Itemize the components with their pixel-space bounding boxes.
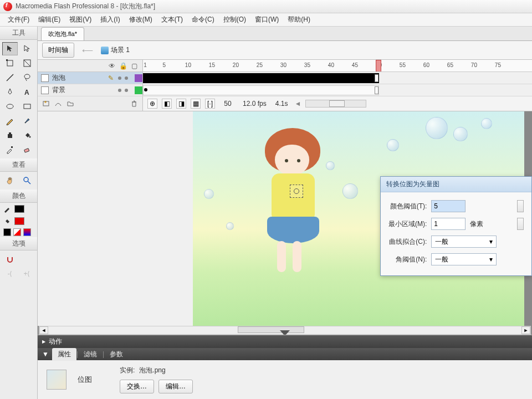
instance-thumbnail[interactable] — [47, 370, 66, 390]
menu-commands[interactable]: 命令(C) — [187, 13, 219, 26]
zoom-tool[interactable] — [19, 174, 35, 187]
frames-track[interactable] — [143, 84, 532, 96]
svg-point-9 — [29, 136, 30, 138]
color-threshold-label: 颜色阈值(T): — [388, 202, 427, 211]
swap-colors[interactable] — [23, 228, 31, 236]
new-motion-guide-button[interactable] — [53, 99, 63, 109]
brush-tool[interactable] — [19, 114, 35, 127]
menu-file[interactable]: 文件(F) — [3, 13, 34, 26]
lasso-tool[interactable] — [19, 71, 35, 84]
corner-threshold-label: 角阈值(N): — [388, 255, 427, 264]
playhead[interactable] — [376, 60, 381, 71]
scroll-thumb[interactable] — [238, 326, 304, 333]
layer-row[interactable]: 背景 — [38, 84, 532, 96]
timeline-scroll[interactable] — [305, 100, 366, 108]
eye-icon[interactable]: 👁 — [108, 62, 116, 70]
collapse-triangle-icon[interactable]: ▼ — [42, 350, 49, 358]
menu-view[interactable]: 视图(V) — [65, 13, 96, 26]
eyedropper-tool[interactable] — [2, 143, 18, 156]
color-threshold-input[interactable] — [431, 200, 466, 212]
tab-properties[interactable]: 属性 — [52, 348, 76, 361]
swap-button[interactable]: 交换… — [120, 380, 154, 393]
tools-panel: 工具 A 查看 颜色 — [0, 27, 38, 399]
pencil-tool[interactable] — [2, 114, 18, 127]
menu-insert[interactable]: 插入(I) — [96, 13, 124, 26]
svg-rect-7 — [8, 134, 12, 138]
line-tool[interactable] — [2, 71, 18, 84]
girl-art — [248, 128, 337, 294]
properties-panel-header: ▼ 属性 | 滤镜 | 参数 — [38, 348, 532, 360]
new-folder-button[interactable] — [65, 99, 75, 109]
edit-multiple-frames-button[interactable]: ▦ — [191, 99, 201, 109]
back-arrow-icon[interactable]: ⟵ — [80, 46, 95, 55]
subselection-tool[interactable] — [19, 42, 35, 55]
timeline-toggle-button[interactable]: 时间轴 — [42, 43, 74, 58]
menu-window[interactable]: 窗口(W) — [250, 13, 283, 26]
scroll-left-button[interactable]: ◄ — [39, 326, 48, 334]
layer-name[interactable]: 背景 — [52, 85, 105, 95]
eraser-tool[interactable] — [19, 143, 35, 156]
menu-edit[interactable]: 编辑(E) — [34, 13, 65, 26]
instance-name: 泡泡.png — [139, 366, 165, 375]
free-transform-tool[interactable] — [2, 57, 18, 70]
document-tabs: 吹泡泡.fla* — [38, 27, 532, 41]
current-frame-value: 50 — [219, 100, 236, 108]
pen-tool[interactable] — [2, 85, 18, 99]
scene-name: 场景 1 — [111, 45, 130, 55]
min-area-input[interactable] — [431, 218, 466, 230]
stroke-color-swatch[interactable] — [14, 205, 24, 213]
tab-filters[interactable]: 滤镜 — [78, 348, 103, 361]
delete-layer-button[interactable] — [129, 99, 139, 109]
selection-tool[interactable] — [2, 42, 18, 55]
layer-color-box[interactable] — [135, 74, 142, 82]
menu-help[interactable]: 帮助(H) — [283, 13, 315, 26]
edit-button[interactable]: 编辑… — [158, 380, 193, 393]
svg-point-3 — [24, 74, 30, 79]
curve-fit-select[interactable]: 一般 ▾ — [431, 236, 497, 248]
frame-ruler[interactable]: 151015202530354045505560657075 — [143, 60, 532, 71]
gradient-transform-tool[interactable] — [19, 57, 35, 70]
scroll-right-button[interactable]: ► — [521, 326, 530, 334]
smooth-option[interactable]: -⟨ — [2, 267, 18, 280]
doc-tab-active[interactable]: 吹泡泡.fla* — [41, 27, 84, 40]
corner-threshold-value: 一般 — [435, 255, 448, 264]
snap-option[interactable] — [2, 253, 18, 266]
outline-icon[interactable]: ▢ — [130, 62, 138, 70]
rectangle-tool[interactable] — [19, 100, 35, 113]
black-white-swatch[interactable] — [3, 228, 11, 236]
instance-type: 位图 — [78, 375, 92, 385]
menu-modify[interactable]: 修改(M) — [125, 13, 157, 26]
chevron-down-icon: ▾ — [489, 238, 493, 245]
no-color-swatch[interactable] — [13, 228, 21, 236]
scene-breadcrumb[interactable]: 场景 1 — [101, 45, 130, 55]
frame-stats: ⊕ ◧ ◨ ▦ [·] 50 12.0 fps 4.1s ◄ — [143, 96, 532, 111]
layer-color-box[interactable] — [135, 86, 142, 94]
center-frame-button[interactable]: ⊕ — [147, 99, 157, 109]
tools-title: 工具 — [0, 27, 37, 40]
onion-skin-outlines-button[interactable]: ◨ — [176, 99, 186, 109]
corner-threshold-select[interactable]: 一般 ▾ — [431, 253, 497, 265]
tab-parameters[interactable]: 参数 — [104, 348, 129, 361]
modify-onion-markers-button[interactable]: [·] — [205, 99, 215, 109]
onion-skin-button[interactable]: ◧ — [162, 99, 172, 109]
dialog-ok-button-edge[interactable] — [517, 200, 524, 212]
paint-bucket-tool[interactable] — [19, 129, 35, 142]
oval-tool[interactable] — [2, 100, 18, 113]
lock-icon[interactable]: 🔒 — [119, 62, 127, 70]
straighten-option[interactable]: +⟨ — [19, 267, 35, 280]
dialog-cancel-button-edge[interactable] — [517, 218, 524, 230]
colors-title: 颜色 — [0, 190, 37, 203]
new-layer-button[interactable] — [41, 99, 51, 109]
selection-marker[interactable] — [290, 185, 303, 198]
layer-name[interactable]: 泡泡 — [52, 73, 105, 83]
min-area-unit: 像素 — [470, 219, 483, 229]
hand-tool[interactable] — [2, 174, 18, 187]
text-tool[interactable]: A — [19, 85, 35, 99]
menu-text[interactable]: 文本(T) — [157, 13, 187, 26]
actions-panel-header[interactable]: ▶ 动作 — [38, 335, 532, 348]
fill-color-swatch[interactable] — [14, 217, 24, 225]
layer-row[interactable]: 泡泡 ✎ — [38, 72, 532, 84]
ink-bottle-tool[interactable] — [2, 129, 18, 142]
frames-track[interactable] — [143, 72, 532, 84]
menu-control[interactable]: 控制(O) — [219, 13, 250, 26]
